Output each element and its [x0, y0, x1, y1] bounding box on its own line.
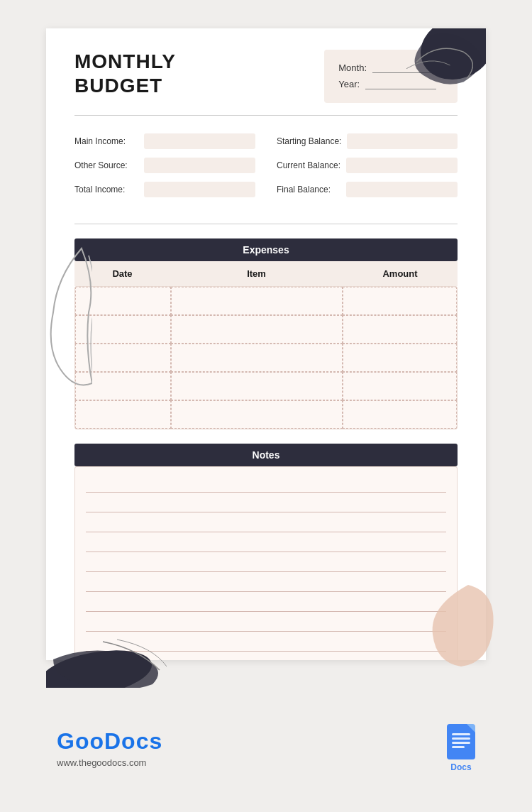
brand-logo-text: Goo [57, 728, 104, 754]
cell-amount-5[interactable] [343, 400, 457, 429]
starting-balance-row: Starting Balance: [277, 133, 458, 149]
final-balance-field[interactable] [346, 182, 458, 197]
title-line1: MONTHLY [74, 50, 176, 72]
brand-url: www.thegoodocs.com [57, 757, 162, 768]
main-income-label: Main Income: [74, 136, 138, 146]
col-amount: Amount [343, 268, 458, 279]
cell-amount-2[interactable] [343, 315, 457, 344]
cell-date-5[interactable] [75, 400, 171, 429]
document-page: MONTHLY BUDGET Month: Year: Main Income:… [46, 28, 486, 660]
col-item: Item [170, 268, 343, 279]
cell-item-1[interactable] [171, 287, 343, 315]
deco-left [39, 241, 92, 390]
divider-middle [74, 224, 458, 224]
other-source-label: Other Source: [74, 160, 138, 170]
total-income-row: Total Income: [74, 182, 255, 197]
cell-item-3[interactable] [171, 344, 343, 372]
note-line-4[interactable] [86, 534, 446, 552]
note-line-7[interactable] [86, 593, 446, 612]
note-line-6[interactable] [86, 574, 446, 592]
table-row[interactable] [75, 287, 457, 315]
brand-logo: GooDocs [57, 728, 162, 755]
cell-amount-4[interactable] [343, 372, 457, 400]
current-balance-row: Current Balance: [277, 158, 458, 173]
cell-amount-1[interactable] [343, 287, 457, 315]
note-line-3[interactable] [86, 514, 446, 532]
main-income-field[interactable] [144, 133, 255, 149]
income-balance-section: Main Income: Other Source: Total Income:… [46, 123, 486, 216]
starting-balance-field[interactable] [347, 133, 458, 149]
total-income-label: Total Income: [74, 185, 138, 194]
note-line-1[interactable] [86, 474, 446, 493]
month-label: Month: [338, 60, 367, 76]
deco-top-right [401, 28, 486, 89]
note-line-8[interactable] [86, 613, 446, 632]
title-line2: BUDGET [74, 75, 162, 97]
table-row[interactable] [75, 400, 457, 429]
starting-balance-label: Starting Balance: [277, 136, 341, 146]
docs-label: Docs [450, 762, 471, 772]
table-row[interactable] [75, 315, 457, 344]
main-income-row: Main Income: [74, 133, 255, 149]
docs-file-icon [447, 724, 475, 759]
cell-item-4[interactable] [171, 372, 343, 400]
docs-icon-container: Docs [447, 724, 475, 772]
cell-item-5[interactable] [171, 400, 343, 429]
balance-column: Starting Balance: Current Balance: Final… [277, 133, 458, 206]
footer: GooDocs www.thegoodocs.com Docs [0, 684, 532, 812]
final-balance-label: Final Balance: [277, 185, 340, 194]
expenses-table-body [74, 286, 458, 429]
notes-body[interactable] [74, 466, 458, 660]
income-column: Main Income: Other Source: Total Income: [74, 133, 255, 206]
notes-section: Notes [46, 437, 486, 660]
cell-item-2[interactable] [171, 315, 343, 344]
expenses-table-header: Date Item Amount [74, 261, 458, 286]
note-line-2[interactable] [86, 494, 446, 512]
expenses-header: Expenses [74, 238, 458, 261]
expenses-section: Expenses Date Item Amount [46, 231, 486, 437]
brand-left: GooDocs www.thegoodocs.com [57, 728, 162, 768]
other-source-field[interactable] [144, 158, 255, 173]
deco-peach-blob [426, 578, 497, 670]
current-balance-field[interactable] [346, 158, 458, 173]
table-row[interactable] [75, 372, 457, 400]
note-line-5[interactable] [86, 554, 446, 572]
notes-header: Notes [74, 444, 458, 466]
cell-amount-3[interactable] [343, 344, 457, 372]
deco-bottom-left [46, 638, 167, 688]
final-balance-row: Final Balance: [277, 182, 458, 197]
other-source-row: Other Source: [74, 158, 255, 173]
table-row[interactable] [75, 344, 457, 372]
docs-icon-lines [452, 733, 470, 750]
year-label: Year: [338, 76, 360, 92]
divider-top [74, 115, 458, 116]
total-income-field[interactable] [144, 182, 255, 197]
current-balance-label: Current Balance: [277, 160, 340, 170]
